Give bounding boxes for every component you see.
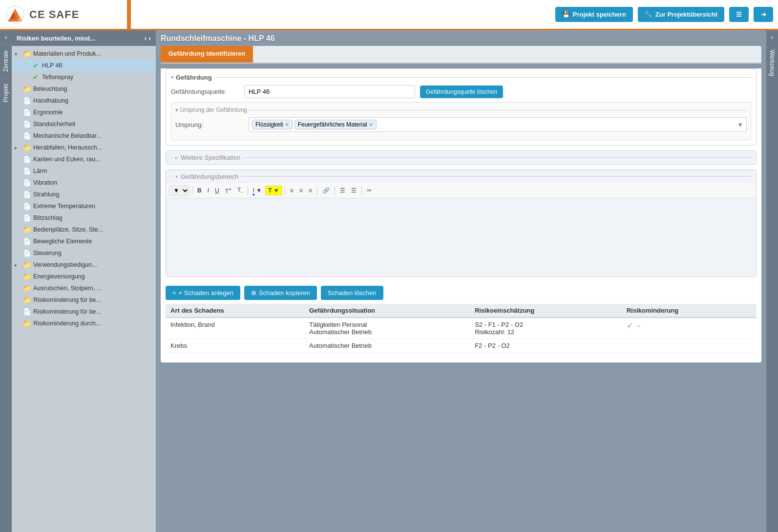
unordered-list-button[interactable]: ☰ — [349, 186, 359, 195]
align-right-button[interactable]: ≡ — [306, 186, 315, 195]
zentrale-tab[interactable]: Zentrale — [0, 44, 12, 78]
projekt-tab[interactable]: Projekt — [0, 78, 12, 108]
sidebar-item-label: Steuerung — [33, 250, 62, 256]
plus-icon: + — [172, 289, 176, 297]
sidebar-item-standsicherheit[interactable]: 📄 Standsicherheit — [12, 118, 156, 130]
sidebar-item-blitzschlag[interactable]: 📄 Blitzschlag — [12, 212, 156, 224]
sidebar-item-herabfallen[interactable]: ▸ 📁 Herabfallen, Heraussch... — [12, 142, 156, 153]
save-button[interactable]: 💾 Projekt speichern — [555, 7, 633, 22]
sidebar-item-steuerung[interactable]: 📄 Steuerung — [12, 247, 156, 259]
sidebar-item-kanten[interactable]: 📄 Kanten und Ecken, rau... — [12, 153, 156, 165]
risiko-cell: S2 - F1 - P2 - O2Risikozahl: 12 — [470, 318, 622, 339]
werkzeug-tab[interactable]: Werkzeug — [767, 44, 778, 82]
check-icon: ✓ — [627, 321, 633, 330]
doc-gray-icon: 📄 — [22, 108, 31, 117]
toolbar-divider4 — [317, 186, 317, 195]
left-vertical-tabs: › Zentrale Projekt — [0, 30, 12, 532]
sidebar-item-label: Materialien und Produk... — [33, 50, 101, 57]
sidebar-item-laerm[interactable]: 📄 Lärm — [12, 165, 156, 177]
folder-orange-icon: 📁 — [22, 296, 31, 304]
highlight-button[interactable]: T ▼ — [265, 186, 282, 195]
logo-icon — [5, 4, 25, 25]
sidebar-item-label: Mechanische Belastbar... — [33, 132, 102, 139]
tab-gefaehrdung[interactable]: Gefährdung identifizieren — [161, 46, 253, 63]
font-color-button[interactable]: I ▼ — [251, 186, 265, 195]
sidebar-item-materialien[interactable]: ▾ 📁 Materialien und Produk... — [12, 48, 156, 60]
gefaehrdungsbereich-title: - ▾ Gefährdungsbereich — [166, 170, 756, 183]
sidebar-item-bedienplaetze[interactable]: 📁 Bedienplätze, Sitze, Ste... — [12, 224, 156, 235]
align-left-button[interactable]: ≡ — [288, 186, 296, 195]
sidebar-item-extreme[interactable]: 📄 Extreme Temperaturen — [12, 200, 156, 212]
sidebar-item-ergonomie[interactable]: 📄 Ergonomie — [12, 106, 156, 118]
table-row[interactable]: Infektion, Brand Tätigkeiten PersonalAut… — [166, 318, 757, 339]
gefaehrdungsquelle-input[interactable] — [244, 85, 415, 98]
damage-table: Art des Schadens Gefährdungssituation Ri… — [166, 304, 757, 353]
link-button[interactable]: 🔗 — [320, 186, 332, 195]
align-center-button[interactable]: ≡ — [297, 186, 305, 195]
ursprung-tags-input[interactable]: Flüssigkeit ✕ Feuergefährliches Material… — [249, 117, 747, 132]
editor-body[interactable] — [166, 198, 756, 277]
sidebar-item-label: Herabfallen, Heraussch... — [33, 144, 102, 151]
sidebar-item-label: Blitzschlag — [33, 214, 63, 221]
sidebar-item-label: Bewegliche Elemente — [33, 238, 92, 245]
tag-close-feuergefaehrlich[interactable]: ✕ — [369, 122, 373, 128]
logout-button[interactable]: ➜ — [754, 7, 773, 22]
tag-feuergefaehrlich: Feuergefährliches Material ✕ — [294, 120, 377, 129]
folder-red-icon: 📁 — [22, 260, 31, 269]
art-cell: Infektion, Brand — [166, 318, 304, 339]
sidebar-item-risiko2[interactable]: 📄 Risikominderung für be... — [12, 306, 156, 318]
delete-schaden-button[interactable]: Schaden löschen — [321, 286, 383, 300]
superscript-button[interactable]: T+ — [223, 186, 234, 196]
sidebar-item-ausrutschen[interactable]: 📁 Ausrutschen, Stolpern, ... — [12, 282, 156, 294]
sidebar-title: Risiken beurteilen, mind... — [17, 35, 95, 42]
left-arrow-up[interactable]: › — [0, 30, 12, 44]
sidebar-item-mechanische[interactable]: 📄 Mechanische Belastbar... — [12, 130, 156, 142]
tag-close-fluessigkeit[interactable]: ✕ — [285, 122, 289, 128]
weitere-spezifikation-header[interactable]: - ▸ Weitere Spezifikation — [166, 151, 756, 164]
right-arrow[interactable]: ‹ — [769, 30, 776, 44]
sidebar-item-label: Standsicherheit — [33, 121, 75, 128]
folder-orange-icon: 📁 — [22, 272, 31, 281]
sidebar-item-risiko3[interactable]: 📁 Risikominderung durch... — [12, 318, 156, 329]
cut-button[interactable]: ✂ — [364, 186, 374, 195]
check-green-icon: ✔ — [31, 73, 40, 82]
sidebar-item-label: Ergonomie — [33, 109, 63, 116]
sidebar-item-strahlung[interactable]: 📄 Strahlung — [12, 189, 156, 200]
sidebar-item-bewegliche[interactable]: 📄 Bewegliche Elemente — [12, 235, 156, 247]
gefaehrdung-section-title: ▾ Gefährdung — [171, 74, 751, 81]
toolbar-divider3 — [285, 186, 285, 195]
ordered-list-button[interactable]: ☰ — [337, 186, 348, 195]
arrow-icon: → — [635, 322, 642, 330]
underline-button[interactable]: U — [212, 186, 222, 195]
sidebar-item-handhabung[interactable]: 📄 Handhabung — [12, 95, 156, 106]
minderung-cell — [622, 339, 757, 353]
sidebar-item-teflonspray[interactable]: ✔ Teflonspray — [12, 71, 156, 83]
menu-button[interactable]: ☰ — [729, 7, 749, 22]
sidebar-prev-arrow[interactable]: ‹ — [145, 34, 147, 42]
risiko-cell: F2 - P2 - O2 — [470, 339, 622, 353]
folder-red-icon: 📁 — [22, 143, 31, 152]
italic-button[interactable]: I — [205, 186, 211, 195]
sidebar-item-vibration[interactable]: 📄 Vibration — [12, 177, 156, 189]
sidebar-item-beleuchtung[interactable]: 📁 Beleuchtung — [12, 83, 156, 95]
sidebar-item-hlp46[interactable]: ✔ HLP 46 — [12, 60, 156, 71]
tags-dropdown-arrow[interactable]: ▼ — [737, 121, 743, 128]
toolbar-divider2 — [248, 186, 248, 195]
format-select[interactable]: ▼ — [169, 185, 189, 196]
subscript-button[interactable]: T- — [235, 186, 245, 195]
add-schaden-button[interactable]: + + Schaden anlegen — [166, 286, 240, 300]
content-area: Rundschleifmaschine - HLP 46 Gefährdung … — [156, 30, 766, 532]
gefaehrdungsbereich-section: - ▾ Gefährdungsbereich ▼ B I U T+ T- — [166, 170, 757, 277]
table-row[interactable]: Krebs Automatischer Betrieb F2 - P2 - O2 — [166, 339, 757, 353]
sidebar-item-risiko1[interactable]: 📁 Risikominderung für be... — [12, 294, 156, 306]
sidebar-item-verwendung[interactable]: ▸ 📁 Verwendungsbedigun... — [12, 259, 156, 271]
sidebar-next-arrow[interactable]: › — [148, 34, 151, 42]
action-buttons: + + Schaden anlegen ⊕ Schaden kopieren S… — [161, 282, 761, 304]
project-overview-button[interactable]: 🔧 Zur Projektübersicht — [638, 7, 724, 22]
sidebar-item-energieversorgung[interactable]: 📁 Energieversorgung — [12, 271, 156, 282]
bold-button[interactable]: B — [195, 186, 204, 195]
sidebar: Risiken beurteilen, mind... ‹ › ▾ 📁 Mate… — [12, 30, 156, 532]
copy-schaden-button[interactable]: ⊕ Schaden kopieren — [244, 286, 317, 300]
delete-gefaehrdungsquelle-button[interactable]: Gefährdungsquelle löschen — [420, 85, 503, 98]
doc-gray-icon: 📄 — [22, 120, 31, 128]
